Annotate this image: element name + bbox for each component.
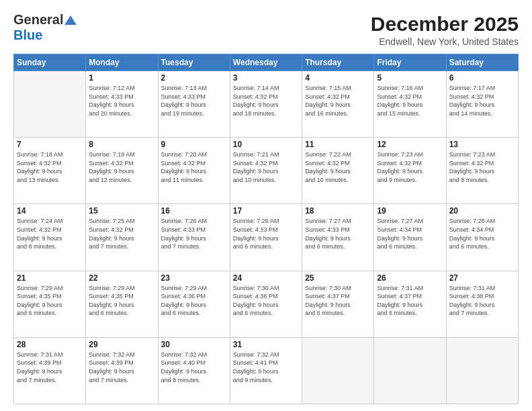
svg-marker-0 bbox=[64, 15, 77, 25]
table-row bbox=[302, 337, 374, 404]
day-info: Sunrise: 7:12 AM Sunset: 4:33 PM Dayligh… bbox=[89, 84, 154, 118]
day-info: Sunrise: 7:16 AM Sunset: 4:32 PM Dayligh… bbox=[377, 84, 443, 118]
day-info: Sunrise: 7:20 AM Sunset: 4:32 PM Dayligh… bbox=[161, 150, 227, 184]
day-number: 15 bbox=[89, 206, 154, 216]
table-row: 10Sunrise: 7:21 AM Sunset: 4:32 PM Dayli… bbox=[230, 138, 302, 204]
day-number: 8 bbox=[89, 140, 154, 149]
col-thursday: Thursday bbox=[302, 54, 374, 71]
table-row: 20Sunrise: 7:28 AM Sunset: 4:34 PM Dayli… bbox=[446, 204, 518, 271]
table-row: 7Sunrise: 7:18 AM Sunset: 4:32 PM Daylig… bbox=[14, 138, 86, 204]
calendar-week-4: 21Sunrise: 7:29 AM Sunset: 4:35 PM Dayli… bbox=[14, 271, 519, 337]
day-number: 16 bbox=[161, 206, 227, 216]
day-info: Sunrise: 7:30 AM Sunset: 4:36 PM Dayligh… bbox=[233, 284, 299, 318]
day-number: 4 bbox=[305, 73, 371, 83]
table-row: 8Sunrise: 7:19 AM Sunset: 4:32 PM Daylig… bbox=[86, 138, 158, 204]
day-info: Sunrise: 7:23 AM Sunset: 4:32 PM Dayligh… bbox=[377, 150, 443, 184]
table-row: 11Sunrise: 7:22 AM Sunset: 4:32 PM Dayli… bbox=[302, 138, 374, 204]
day-number: 27 bbox=[449, 273, 515, 283]
day-info: Sunrise: 7:15 AM Sunset: 4:32 PM Dayligh… bbox=[305, 84, 371, 118]
calendar-header-row: Sunday Monday Tuesday Wednesday Thursday… bbox=[14, 54, 519, 71]
day-info: Sunrise: 7:28 AM Sunset: 4:34 PM Dayligh… bbox=[449, 217, 515, 250]
day-info: Sunrise: 7:18 AM Sunset: 4:32 PM Dayligh… bbox=[17, 150, 83, 184]
day-number: 20 bbox=[449, 206, 515, 216]
day-info: Sunrise: 7:31 AM Sunset: 4:38 PM Dayligh… bbox=[449, 284, 515, 318]
table-row: 25Sunrise: 7:30 AM Sunset: 4:37 PM Dayli… bbox=[302, 271, 374, 337]
day-info: Sunrise: 7:32 AM Sunset: 4:40 PM Dayligh… bbox=[161, 351, 227, 384]
day-number: 2 bbox=[161, 73, 227, 83]
day-info: Sunrise: 7:29 AM Sunset: 4:35 PM Dayligh… bbox=[17, 284, 83, 318]
day-info: Sunrise: 7:19 AM Sunset: 4:32 PM Dayligh… bbox=[89, 150, 154, 184]
day-info: Sunrise: 7:14 AM Sunset: 4:32 PM Dayligh… bbox=[233, 84, 299, 118]
day-number: 1 bbox=[89, 73, 154, 83]
title-block: December 2025 Endwell, New York, United … bbox=[371, 12, 519, 47]
day-info: Sunrise: 7:29 AM Sunset: 4:35 PM Dayligh… bbox=[89, 284, 154, 318]
day-number: 28 bbox=[17, 340, 83, 349]
page: General Blue December 2025 Endwell, New … bbox=[0, 0, 532, 411]
table-row bbox=[446, 337, 518, 404]
day-number: 22 bbox=[89, 273, 154, 283]
table-row: 17Sunrise: 7:26 AM Sunset: 4:33 PM Dayli… bbox=[230, 204, 302, 271]
logo-arrow-icon bbox=[64, 15, 77, 25]
day-info: Sunrise: 7:26 AM Sunset: 4:33 PM Dayligh… bbox=[233, 217, 299, 250]
day-info: Sunrise: 7:30 AM Sunset: 4:37 PM Dayligh… bbox=[305, 284, 371, 318]
table-row: 3Sunrise: 7:14 AM Sunset: 4:32 PM Daylig… bbox=[230, 71, 302, 138]
day-number: 6 bbox=[449, 73, 515, 83]
day-info: Sunrise: 7:17 AM Sunset: 4:32 PM Dayligh… bbox=[449, 84, 515, 118]
day-info: Sunrise: 7:26 AM Sunset: 4:33 PM Dayligh… bbox=[161, 217, 227, 250]
day-info: Sunrise: 7:21 AM Sunset: 4:32 PM Dayligh… bbox=[233, 150, 299, 184]
day-number: 17 bbox=[233, 206, 299, 216]
day-info: Sunrise: 7:27 AM Sunset: 4:34 PM Dayligh… bbox=[377, 217, 443, 250]
day-info: Sunrise: 7:25 AM Sunset: 4:32 PM Dayligh… bbox=[89, 217, 154, 250]
table-row: 29Sunrise: 7:32 AM Sunset: 4:39 PM Dayli… bbox=[86, 337, 158, 404]
day-number: 12 bbox=[377, 140, 443, 149]
table-row: 22Sunrise: 7:29 AM Sunset: 4:35 PM Dayli… bbox=[86, 271, 158, 337]
day-number: 24 bbox=[233, 273, 299, 283]
col-tuesday: Tuesday bbox=[158, 54, 230, 71]
day-number: 7 bbox=[17, 140, 83, 149]
table-row: 15Sunrise: 7:25 AM Sunset: 4:32 PM Dayli… bbox=[86, 204, 158, 271]
table-row: 2Sunrise: 7:13 AM Sunset: 4:33 PM Daylig… bbox=[158, 71, 230, 138]
day-number: 31 bbox=[233, 340, 299, 349]
table-row: 31Sunrise: 7:32 AM Sunset: 4:41 PM Dayli… bbox=[230, 337, 302, 404]
calendar-week-5: 28Sunrise: 7:31 AM Sunset: 4:39 PM Dayli… bbox=[14, 337, 519, 404]
main-title: December 2025 bbox=[371, 12, 519, 36]
day-info: Sunrise: 7:24 AM Sunset: 4:32 PM Dayligh… bbox=[17, 217, 83, 250]
logo-general: General bbox=[13, 12, 63, 28]
day-number: 13 bbox=[449, 140, 515, 149]
table-row: 9Sunrise: 7:20 AM Sunset: 4:32 PM Daylig… bbox=[158, 138, 230, 204]
logo: General Blue bbox=[13, 12, 77, 43]
day-number: 9 bbox=[161, 140, 227, 149]
day-number: 14 bbox=[17, 206, 83, 216]
day-info: Sunrise: 7:32 AM Sunset: 4:39 PM Dayligh… bbox=[89, 351, 154, 384]
day-number: 30 bbox=[161, 340, 227, 349]
table-row: 21Sunrise: 7:29 AM Sunset: 4:35 PM Dayli… bbox=[14, 271, 86, 337]
table-row: 5Sunrise: 7:16 AM Sunset: 4:32 PM Daylig… bbox=[374, 71, 446, 138]
day-number: 11 bbox=[305, 140, 371, 149]
col-wednesday: Wednesday bbox=[230, 54, 302, 71]
day-number: 25 bbox=[305, 273, 371, 283]
day-info: Sunrise: 7:22 AM Sunset: 4:32 PM Dayligh… bbox=[305, 150, 371, 184]
day-info: Sunrise: 7:31 AM Sunset: 4:39 PM Dayligh… bbox=[17, 351, 83, 384]
day-number: 3 bbox=[233, 73, 299, 83]
day-info: Sunrise: 7:29 AM Sunset: 4:36 PM Dayligh… bbox=[161, 284, 227, 318]
table-row: 1Sunrise: 7:12 AM Sunset: 4:33 PM Daylig… bbox=[86, 71, 158, 138]
col-sunday: Sunday bbox=[14, 54, 86, 71]
calendar-table: Sunday Monday Tuesday Wednesday Thursday… bbox=[13, 54, 519, 404]
day-info: Sunrise: 7:32 AM Sunset: 4:41 PM Dayligh… bbox=[233, 351, 299, 384]
calendar-week-1: 1Sunrise: 7:12 AM Sunset: 4:33 PM Daylig… bbox=[14, 71, 519, 138]
day-info: Sunrise: 7:23 AM Sunset: 4:32 PM Dayligh… bbox=[449, 150, 515, 184]
day-number: 29 bbox=[89, 340, 154, 349]
table-row: 23Sunrise: 7:29 AM Sunset: 4:36 PM Dayli… bbox=[158, 271, 230, 337]
day-number: 18 bbox=[305, 206, 371, 216]
table-row: 26Sunrise: 7:31 AM Sunset: 4:37 PM Dayli… bbox=[374, 271, 446, 337]
day-number: 26 bbox=[377, 273, 443, 283]
day-info: Sunrise: 7:27 AM Sunset: 4:33 PM Dayligh… bbox=[305, 217, 371, 250]
calendar-week-2: 7Sunrise: 7:18 AM Sunset: 4:32 PM Daylig… bbox=[14, 138, 519, 204]
col-saturday: Saturday bbox=[446, 54, 518, 71]
table-row: 28Sunrise: 7:31 AM Sunset: 4:39 PM Dayli… bbox=[14, 337, 86, 404]
table-row: 4Sunrise: 7:15 AM Sunset: 4:32 PM Daylig… bbox=[302, 71, 374, 138]
day-number: 21 bbox=[17, 273, 83, 283]
day-number: 23 bbox=[161, 273, 227, 283]
day-number: 19 bbox=[377, 206, 443, 216]
table-row: 27Sunrise: 7:31 AM Sunset: 4:38 PM Dayli… bbox=[446, 271, 518, 337]
